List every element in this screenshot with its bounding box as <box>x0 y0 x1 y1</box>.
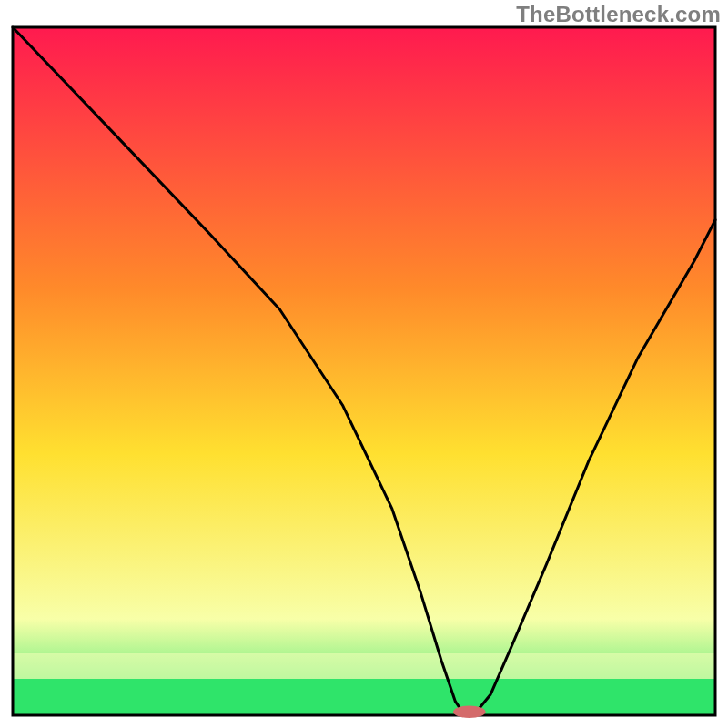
green-baseline-band <box>13 679 715 715</box>
plot-area <box>13 27 715 718</box>
bottleneck-chart <box>0 0 728 728</box>
gradient-background <box>13 27 715 715</box>
optimum-marker <box>453 705 486 718</box>
chart-stage: TheBottleneck.com <box>0 0 728 728</box>
